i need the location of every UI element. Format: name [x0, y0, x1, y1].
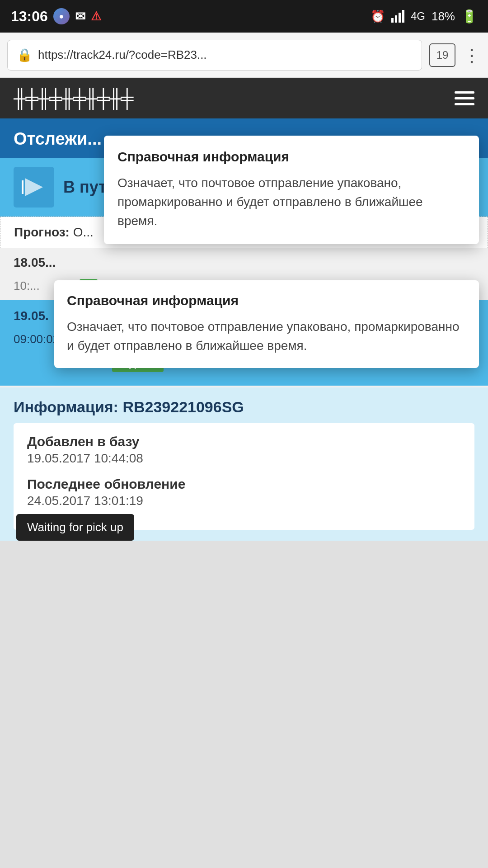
updated-label: Последнее обновление: [27, 476, 461, 492]
hamburger-menu[interactable]: [455, 91, 474, 105]
status-bar: 13:06 ● ✉ ⚠ ⏰ 4G 18% 🔋: [0, 0, 488, 33]
added-label: Добавлен в базу: [27, 434, 461, 449]
day-badge: 2 день: [112, 354, 164, 372]
info-section: Информация: RB239221096SG Добавлен в баз…: [0, 387, 488, 541]
time-display: 13:06: [11, 8, 48, 25]
info-card: Добавлен в базу 19.05.2017 10:44:08 Посл…: [14, 423, 474, 530]
warning-icon: ⚠: [91, 9, 101, 24]
info-row-updated: Последнее обновление 24.05.2017 13:01:19: [27, 476, 461, 508]
status-card: В пути: [0, 158, 488, 217]
browser-bar: 🔒 https://track24.ru/?code=RB23... 19 ⋮: [0, 33, 488, 78]
browser-menu-button[interactable]: ⋮: [463, 45, 481, 66]
ellipoo-icon: ●: [53, 8, 70, 24]
highlighted-desc-text: Ожидает доставки в почтовое отделение: [112, 332, 389, 347]
status-icon-box: [14, 167, 54, 208]
question-icon[interactable]: ?: [396, 333, 412, 349]
highlighted-date: 19.05.: [14, 309, 474, 328]
date-header-1: 18.05...: [0, 248, 488, 274]
page-content: Отслежи... В пути Прогноз: О... 18.05...…: [0, 118, 488, 541]
forecast-label: Прогноз:: [14, 225, 70, 239]
alarm-icon: ⏰: [371, 9, 385, 24]
highlighted-event: 09:00:02 📍 Ожидает доставки в почтовое о…: [14, 328, 474, 377]
highlighted-link[interactable]: Ожидает доставки в почтовое отделение: [112, 332, 393, 347]
battery-icon: 🔋: [461, 9, 477, 24]
url-bar[interactable]: 🔒 https://track24.ru/?code=RB23...: [7, 40, 422, 71]
event-badge-1: 1: [80, 279, 98, 294]
svg-marker-0: [25, 178, 43, 196]
added-value: 19.05.2017 10:44:08: [27, 451, 461, 466]
highlighted-time: 09:00:02: [14, 332, 72, 346]
battery-text: 18%: [432, 9, 455, 24]
highlighted-desc-area: Ожидает доставки в почтовое отделение ? …: [112, 332, 474, 372]
highlighted-section: 19.05. 09:00:02 📍 Ожидает доставки в поч…: [0, 300, 488, 386]
forecast-row: Прогноз: О...: [0, 217, 488, 248]
info-row-added: Добавлен в базу 19.05.2017 10:44:08: [27, 434, 461, 466]
lock-icon: 🔒: [17, 47, 33, 62]
barcode-icon: ╫╪╫╪╫╪╫╪╫╪: [14, 88, 132, 108]
forecast-value: О...: [73, 225, 94, 239]
updated-value: 24.05.2017 13:01:19: [27, 494, 461, 508]
mail-icon: ✉: [75, 9, 85, 24]
tracking-header: Отслежи...: [0, 118, 488, 158]
tab-count[interactable]: 19: [429, 43, 455, 67]
site-header: ╫╪╫╪╫╪╫╪╫╪: [0, 78, 488, 118]
status-label: В пути: [63, 178, 474, 197]
event-circle-icon: 📍: [80, 332, 105, 358]
status-bar-right: ⏰ 4G 18% 🔋: [371, 9, 477, 24]
status-bar-left: 13:06 ● ✉ ⚠: [11, 8, 101, 25]
tracking-title: Отслежи...: [14, 129, 474, 149]
info-title: Информация: RB239221096SG: [14, 398, 474, 423]
timeline-event-1: 10:... 1: [0, 274, 488, 300]
signal-icon: [391, 10, 404, 23]
event-time-1: 10:...: [14, 279, 72, 293]
network-type: 4G: [411, 10, 425, 23]
url-text: https://track24.ru/?code=RB23...: [38, 48, 413, 62]
